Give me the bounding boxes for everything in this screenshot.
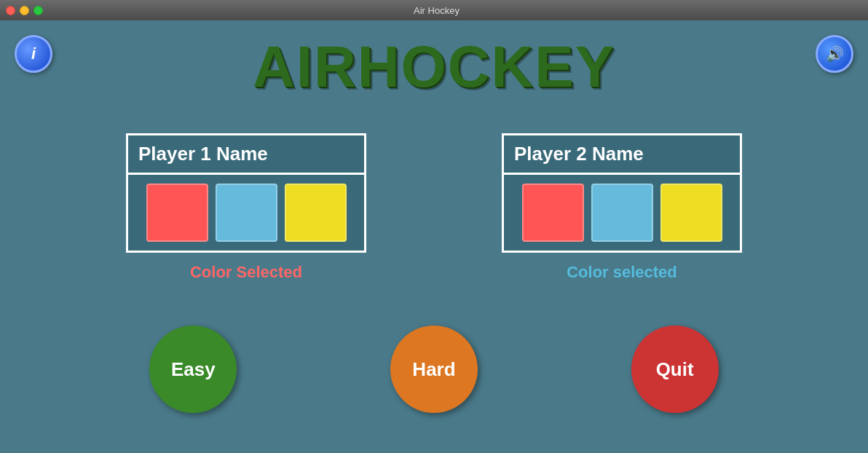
player1-name[interactable]: Player 1 Name [128, 135, 364, 175]
easy-button[interactable]: Easy [149, 326, 237, 413]
players-row: Player 1 Name Color Selected Player 2 Na… [0, 133, 868, 282]
info-button[interactable]: i [15, 35, 52, 73]
info-icon: i [31, 44, 36, 63]
player2-panel: Player 2 Name Color selected [502, 133, 742, 282]
player2-swatch-red[interactable] [522, 184, 584, 242]
player1-panel: Player 1 Name Color Selected [126, 133, 366, 282]
buttons-row: Easy Hard Quit [0, 326, 868, 413]
player1-swatch-red[interactable] [146, 184, 208, 242]
main-area: i 🔊 AIRHOCKEY Player 1 Name Color Select… [0, 20, 868, 453]
quit-button[interactable]: Quit [631, 326, 719, 413]
hard-button[interactable]: Hard [390, 326, 478, 413]
player2-swatches [504, 175, 740, 251]
sound-button[interactable]: 🔊 [816, 35, 853, 73]
player1-swatches [128, 175, 364, 251]
game-title: AIRHOCKEY [253, 34, 615, 101]
player1-color-selected: Color Selected [190, 263, 302, 282]
player2-swatch-yellow[interactable] [660, 184, 722, 242]
player1-swatch-yellow[interactable] [285, 184, 347, 242]
player2-name[interactable]: Player 2 Name [504, 135, 740, 175]
player2-swatch-blue[interactable] [591, 184, 653, 242]
sound-icon: 🔊 [826, 45, 844, 63]
player2-box: Player 2 Name [502, 133, 742, 253]
player1-box: Player 1 Name [126, 133, 366, 253]
titlebar: Air Hockey [0, 0, 868, 20]
player2-color-selected: Color selected [567, 263, 677, 282]
player1-swatch-blue[interactable] [216, 184, 277, 242]
window-title: Air Hockey [11, 5, 862, 16]
